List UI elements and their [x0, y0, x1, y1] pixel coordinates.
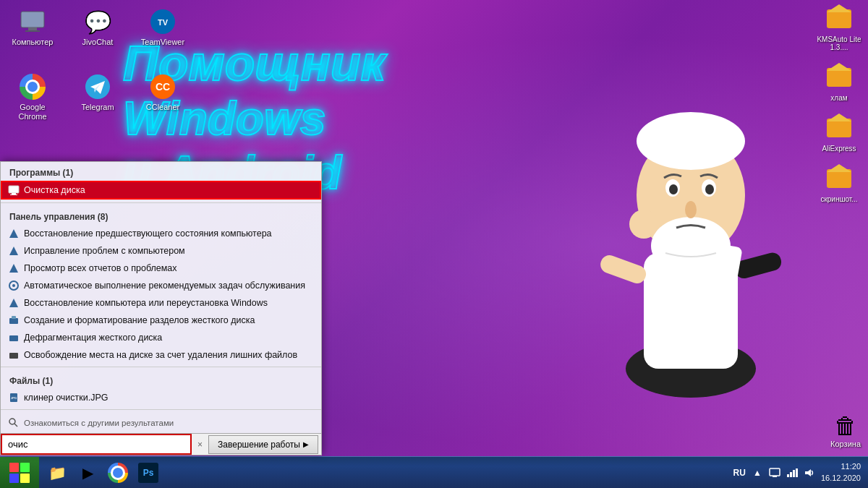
desktop-icon-computer[interactable]: Компьютер	[7, 7, 58, 47]
taskbar-photoshop[interactable]: Ps	[135, 460, 162, 486]
photoshop-icon: Ps	[138, 463, 158, 483]
svg-rect-56	[793, 470, 795, 477]
cp-icon-4	[8, 297, 20, 309]
file-item-0[interactable]: JPG клинер очистки.JPG	[1, 389, 321, 406]
more-results-label: Ознакомиться с другими результатами	[24, 419, 174, 427]
svg-point-8	[669, 184, 678, 194]
desktop-icon-aliexpress[interactable]: AliExpress	[814, 113, 864, 153]
svg-line-47	[14, 424, 17, 427]
clock-date: 16.12.2020	[821, 473, 861, 484]
svg-rect-41	[12, 316, 16, 319]
cp-item-7[interactable]: Освобождение места на диске за счет удал…	[1, 346, 321, 364]
taskbar-chrome[interactable]	[104, 460, 132, 486]
start-menu-panel: Программы (1) Очистка диска Панель управ…	[0, 161, 322, 455]
search-bar-area: × Завершение работы ▶	[1, 433, 321, 455]
svg-rect-32	[12, 193, 16, 194]
svg-rect-48	[9, 463, 19, 472]
desktop-icon-ccleaner[interactable]: CC CCleaner	[137, 72, 188, 121]
right-desktop-icons: KMSAuto Lite 1.3.... хлам AliExpress скр…	[814, 4, 864, 203]
svg-rect-49	[20, 463, 30, 472]
search-input[interactable]	[1, 434, 192, 455]
svg-point-13	[629, 210, 658, 239]
search-clear-button[interactable]: ×	[192, 436, 208, 453]
taskbar: 📁 ▶ Ps RU ▲ 1	[0, 456, 868, 488]
shutdown-button[interactable]: Завершение работы ▶	[208, 435, 318, 454]
desktop-icon-jivochat[interactable]: 💬 JivoChat	[72, 7, 123, 47]
svg-rect-11	[598, 253, 649, 286]
shutdown-arrow-icon: ▶	[303, 440, 309, 448]
svg-marker-30	[827, 164, 851, 172]
desktop-icon-telegram[interactable]: Telegram	[72, 72, 123, 121]
files-header: Файлы (1)	[1, 370, 321, 389]
cp-icon-3	[8, 280, 20, 291]
taskbar-right: RU ▲ 11:20 16.12.2020	[733, 461, 868, 484]
cp-item-2[interactable]: Просмотр всех отчетов о проблемах	[1, 260, 321, 277]
taskbar-explorer[interactable]: 📁	[43, 460, 71, 486]
disk-cleanup-icon	[8, 184, 20, 196]
svg-rect-16	[28, 27, 37, 30]
taskbar-language: RU	[733, 468, 746, 478]
explorer-icon: 📁	[48, 464, 67, 481]
start-button[interactable]	[0, 457, 39, 489]
teamviewer-label: TeamViewer	[141, 38, 184, 47]
svg-marker-26	[827, 63, 851, 71]
cp-label-6: Дефрагментация жесткого диска	[24, 333, 162, 343]
svg-rect-50	[9, 474, 19, 483]
svg-point-4	[637, 112, 745, 170]
desktop-icon-teamviewer[interactable]: TV TeamViewer	[137, 7, 188, 47]
tray-network[interactable]	[786, 467, 798, 479]
cp-icon-2	[8, 262, 20, 274]
desktop-icon-screenshot[interactable]: скриншот...	[814, 163, 864, 203]
cp-item-3[interactable]: Автоматическое выполнение рекомендуемых …	[1, 277, 321, 294]
svg-marker-24	[827, 4, 851, 12]
tray-volume[interactable]	[804, 467, 815, 479]
desktop-icons-row1: Компьютер 💬 JivoChat TV TeamViewer	[7, 7, 188, 47]
taskbar-items: 📁 ▶ Ps	[39, 460, 166, 486]
ccleaner-label: CCleaner	[146, 103, 179, 112]
cp-icon-5	[8, 314, 20, 326]
character-illustration	[571, 36, 810, 398]
cp-item-5[interactable]: Создание и форматирование разделов жестк…	[1, 312, 321, 329]
svg-rect-53	[773, 476, 777, 477]
desktop-icon-kmsauto[interactable]: KMSAuto Lite 1.3....	[814, 4, 864, 51]
svg-text:TV: TV	[158, 18, 169, 27]
recycle-bin[interactable]: 🗑 Корзина	[830, 413, 861, 448]
svg-point-38	[12, 284, 15, 287]
telegram-label: Telegram	[81, 103, 114, 112]
recycle-bin-label: Корзина	[830, 440, 861, 448]
cp-label-5: Создание и форматирование разделов жестк…	[24, 315, 255, 325]
svg-point-9	[705, 184, 714, 194]
svg-rect-42	[9, 335, 18, 341]
desktop-icon-chrome[interactable]: Google Chrome	[7, 72, 58, 121]
svg-rect-15	[21, 12, 44, 27]
cp-item-0[interactable]: Восстановление предшествующего состояния…	[1, 225, 321, 242]
tray-monitor[interactable]	[769, 467, 780, 479]
taskbar-clock[interactable]: 11:20 16.12.2020	[821, 461, 861, 484]
desktop-icons-row2: Google Chrome Telegram CC CCleaner	[7, 72, 188, 121]
chrome-label: Google Chrome	[7, 103, 58, 121]
screenshot-label: скриншот...	[820, 195, 857, 203]
cp-label-4: Восстановление компьютера или переустано…	[24, 298, 268, 308]
khlam-label: хлам	[830, 94, 847, 102]
cp-icon-7	[8, 349, 20, 361]
aliexpress-label: AliExpress	[822, 145, 856, 153]
tray-arrow[interactable]: ▲	[752, 467, 763, 479]
disk-cleanup-item[interactable]: Очистка диска	[1, 181, 321, 200]
more-results-link[interactable]: Ознакомиться с другими результатами	[1, 413, 321, 433]
programs-header: Программы (1)	[1, 162, 321, 181]
control-panel-header: Панель управления (8)	[1, 206, 321, 225]
cp-item-1[interactable]: Исправление проблем с компьютером	[1, 242, 321, 260]
svg-rect-57	[796, 468, 798, 477]
taskbar-chrome-icon	[108, 463, 128, 483]
clock-time: 11:20	[841, 461, 861, 472]
svg-marker-28	[827, 114, 851, 121]
svg-rect-40	[9, 318, 18, 324]
svg-point-10	[685, 201, 697, 218]
file-icon-0: JPG	[8, 392, 20, 403]
cp-item-4[interactable]: Восстановление компьютера или переустано…	[1, 294, 321, 312]
cp-label-1: Исправление проблем с компьютером	[24, 246, 185, 256]
desktop-icon-khlam[interactable]: хлам	[814, 62, 864, 102]
cp-item-6[interactable]: Дефрагментация жесткого диска	[1, 329, 321, 346]
search-footer-icon	[8, 417, 18, 429]
taskbar-media-player[interactable]: ▶	[74, 460, 101, 486]
